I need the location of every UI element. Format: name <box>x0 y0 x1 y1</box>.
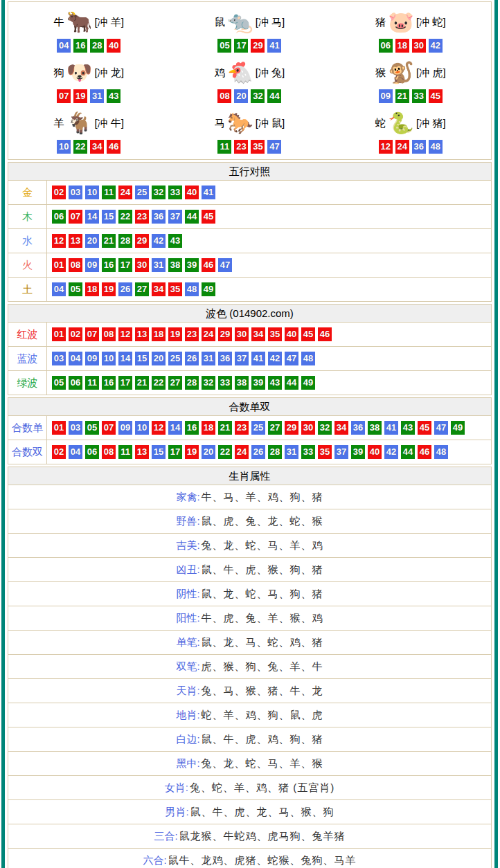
zodiac-cell: 鸡🐔[冲 兔]08203244 <box>169 54 330 105</box>
attribute-row: 双笔: 虎、猴、狗、兔、羊、牛 <box>8 655 491 679</box>
number-ball: 48 <box>185 282 199 296</box>
number-ball: 35 <box>168 282 182 296</box>
number-ball: 03 <box>69 421 82 435</box>
zodiac-numbers: 09213345 <box>330 89 491 103</box>
number-ball: 21 <box>395 89 409 103</box>
zodiac-name: 狗 <box>53 66 64 80</box>
attribute-label: 天肖: <box>176 685 199 698</box>
attribute-value: 兔、蛇、羊、鸡、猪 (五宫肖) <box>190 781 334 795</box>
zodiac-numbers: 10223446 <box>8 140 169 154</box>
number-ball: 05 <box>217 39 231 53</box>
number-ball: 23 <box>185 327 199 341</box>
number-ball: 41 <box>251 352 265 365</box>
number-ball: 44 <box>267 89 281 103</box>
number-ball: 11 <box>118 445 132 459</box>
number-ball: 43 <box>168 234 182 248</box>
number-ball: 14 <box>85 210 99 224</box>
number-ball: 35 <box>318 445 332 459</box>
number-ball: 46 <box>202 258 215 272</box>
number-ball: 47 <box>218 258 232 272</box>
number-ball: 28 <box>185 376 199 390</box>
number-ball: 30 <box>301 421 315 435</box>
number-ball: 43 <box>268 376 282 390</box>
number-ball: 17 <box>168 445 182 459</box>
row-label: 合数单 <box>8 416 47 440</box>
number-ball: 33 <box>218 376 232 390</box>
number-ball: 30 <box>235 327 249 341</box>
number-ball: 38 <box>368 421 382 435</box>
number-ball: 45 <box>418 421 431 435</box>
page: 牛🐂[冲 羊]04162840鼠🐀[冲 马]05172941猪🐷[冲 蛇]061… <box>0 0 500 868</box>
number-ball: 11 <box>102 186 116 199</box>
attribute-row: 吉美: 兔、龙、蛇、马、羊、鸡 <box>8 534 491 558</box>
number-ball: 01 <box>52 421 66 435</box>
number-ball: 05 <box>85 421 99 435</box>
number-ball: 23 <box>135 210 149 224</box>
number-ball: 37 <box>334 445 348 459</box>
number-ball: 45 <box>202 210 215 224</box>
row-numbers: 0102070812131819232429303435404546 <box>47 327 333 341</box>
section-zodiac-attributes: 生肖属性 家禽: 牛、马、羊、鸡、狗、猪野兽: 鼠、虎、兔、龙、蛇、猴吉美: 兔… <box>8 467 492 868</box>
number-ball: 02 <box>52 186 66 199</box>
attribute-label: 单笔: <box>176 636 199 649</box>
number-ball: 42 <box>429 39 443 53</box>
zodiac-title: 马🐎[冲 鼠] <box>169 107 330 139</box>
number-ball: 39 <box>351 445 365 459</box>
row-label: 绿波 <box>8 371 47 395</box>
number-ball: 06 <box>69 376 82 390</box>
number-ball: 34 <box>90 140 104 154</box>
number-ball: 29 <box>218 327 232 341</box>
number-ball: 15 <box>152 445 166 459</box>
attribute-value: 鼠龙猴、牛蛇鸡、虎马狗、兔羊猪 <box>179 830 346 843</box>
row-label: 木 <box>8 205 47 228</box>
attribute-row: 三合: 鼠龙猴、牛蛇鸡、虎马狗、兔羊猪 <box>8 824 491 849</box>
zodiac-clash-label: [冲 羊] <box>94 16 124 29</box>
attribute-row: 天肖: 兔、马、猴、猪、牛、龙 <box>8 679 491 703</box>
attribute-value: 鼠、牛、虎、鸡、狗、猪 <box>202 733 323 746</box>
number-ball: 22 <box>118 210 132 224</box>
zodiac-numbers: 05172941 <box>169 39 330 53</box>
number-ball: 11 <box>217 140 231 154</box>
table-row: 水1213202128294243 <box>8 229 491 253</box>
attribute-value: 鼠、牛、虎、猴、狗、猪 <box>202 563 323 577</box>
zodiac-attributes-table: 家禽: 牛、马、羊、鸡、狗、猪野兽: 鼠、虎、兔、龙、蛇、猴吉美: 兔、龙、蛇、… <box>8 485 492 868</box>
number-ball: 12 <box>379 140 393 154</box>
number-ball: 09 <box>85 258 99 272</box>
number-ball: 16 <box>102 258 116 272</box>
zodiac-cell: 猴🐒[冲 虎]09213345 <box>330 54 491 105</box>
attribute-label: 凶丑: <box>176 563 199 577</box>
zodiac-name: 猴 <box>375 66 386 80</box>
attribute-label: 野兽: <box>176 515 199 528</box>
number-ball: 16 <box>102 376 116 390</box>
number-ball: 14 <box>168 421 182 435</box>
number-ball: 49 <box>301 376 315 390</box>
number-ball: 40 <box>285 327 298 341</box>
zodiac-clash-label: [冲 蛇] <box>416 16 446 29</box>
number-ball: 21 <box>218 421 232 435</box>
number-ball: 06 <box>379 39 393 53</box>
number-ball: 17 <box>234 39 248 53</box>
number-ball: 13 <box>135 327 149 341</box>
zodiac-name: 牛 <box>53 16 64 29</box>
rat-icon: 🐀 <box>226 8 255 37</box>
number-ball: 32 <box>152 186 166 199</box>
attribute-value: 蛇、羊、鸡、狗、鼠、虎 <box>202 709 323 722</box>
number-ball: 04 <box>69 352 82 365</box>
number-ball: 49 <box>202 282 215 296</box>
row-label: 土 <box>8 278 47 301</box>
zodiac-cell: 蛇🐍[冲 猪]12243648 <box>330 105 491 155</box>
zodiac-numbers: 12243648 <box>330 140 491 154</box>
zodiac-numbers: 06183042 <box>330 39 491 53</box>
zodiac-clash-label: [冲 牛] <box>94 117 124 130</box>
zodiac-clash-label: [冲 兔] <box>256 66 285 80</box>
number-ball: 37 <box>235 352 249 365</box>
section-five-elements: 五行对照 金02031011242532334041木0607141522233… <box>8 162 492 302</box>
attribute-value: 兔、龙、蛇、马、羊、猴 <box>202 757 323 770</box>
number-ball: 31 <box>202 352 215 365</box>
number-ball: 10 <box>57 140 71 154</box>
number-ball: 03 <box>69 186 82 199</box>
zodiac-name: 鼠 <box>215 16 225 29</box>
number-ball: 20 <box>202 445 215 459</box>
attribute-row: 黑中: 兔、龙、蛇、马、羊、猴 <box>8 752 491 776</box>
number-ball: 10 <box>85 186 99 199</box>
